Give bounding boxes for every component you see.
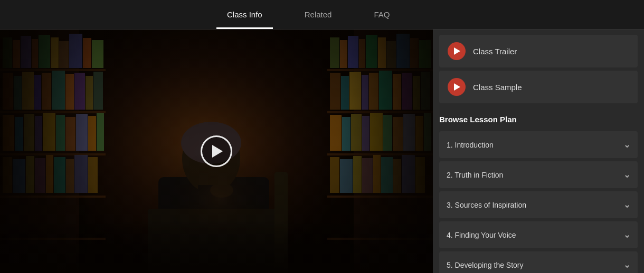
lesson-2-label: 2. Truth in Fiction bbox=[447, 171, 503, 179]
svg-rect-104 bbox=[0, 219, 433, 273]
class-trailer-label: Class Trailer bbox=[473, 47, 517, 56]
trailer-play-icon bbox=[448, 42, 466, 60]
lesson-list[interactable]: 1. Introduction ⌄ 2. Truth in Fiction ⌄ … bbox=[433, 131, 644, 273]
lesson-4-label: 4. Finding Your Voice bbox=[447, 231, 516, 239]
lesson-plan-header: Browse Lesson Plan bbox=[433, 109, 644, 131]
lesson-plan-title: Browse Lesson Plan bbox=[439, 115, 638, 124]
lesson-item-4[interactable]: 4. Finding Your Voice ⌄ bbox=[439, 221, 638, 248]
tab-class-info[interactable]: Class Info bbox=[206, 0, 283, 29]
lesson-3-label: 3. Sources of Inspiration bbox=[447, 201, 526, 209]
lesson-item-1[interactable]: 1. Introduction ⌄ bbox=[439, 131, 638, 158]
lesson-5-label: 5. Developing the Story bbox=[447, 261, 524, 269]
top-nav: Class Info Related FAQ bbox=[0, 0, 644, 30]
video-section bbox=[0, 30, 433, 273]
chevron-down-icon-5: ⌄ bbox=[623, 260, 630, 270]
play-button[interactable] bbox=[201, 135, 232, 167]
sample-play-icon bbox=[448, 78, 466, 96]
right-panel: Class Trailer Class Sample Browse Lesson… bbox=[433, 30, 644, 273]
class-sample-label: Class Sample bbox=[473, 83, 522, 92]
chevron-down-icon-4: ⌄ bbox=[623, 230, 630, 240]
trailer-play-triangle-icon bbox=[454, 47, 460, 55]
class-trailer-button[interactable]: Class Trailer bbox=[439, 35, 638, 67]
tab-faq[interactable]: FAQ bbox=[353, 0, 411, 29]
main-content: Class Trailer Class Sample Browse Lesson… bbox=[0, 30, 644, 273]
lesson-item-3[interactable]: 3. Sources of Inspiration ⌄ bbox=[439, 191, 638, 218]
tab-related[interactable]: Related bbox=[283, 0, 353, 29]
sample-play-triangle-icon bbox=[454, 83, 460, 91]
lesson-1-label: 1. Introduction bbox=[447, 141, 494, 149]
chevron-down-icon-3: ⌄ bbox=[623, 200, 630, 210]
video-buttons: Class Trailer Class Sample bbox=[433, 30, 644, 109]
lesson-item-5[interactable]: 5. Developing the Story ⌄ bbox=[439, 251, 638, 273]
app-container: Class Info Related FAQ bbox=[0, 0, 644, 273]
lesson-scroll-area[interactable]: 1. Introduction ⌄ 2. Truth in Fiction ⌄ … bbox=[433, 131, 644, 273]
tab-bar: Class Info Related FAQ bbox=[206, 0, 644, 29]
chevron-down-icon-1: ⌄ bbox=[623, 140, 630, 150]
play-triangle-icon bbox=[212, 145, 223, 158]
lesson-item-2[interactable]: 2. Truth in Fiction ⌄ bbox=[439, 161, 638, 188]
chevron-down-icon-2: ⌄ bbox=[623, 170, 630, 180]
class-sample-button[interactable]: Class Sample bbox=[439, 71, 638, 103]
